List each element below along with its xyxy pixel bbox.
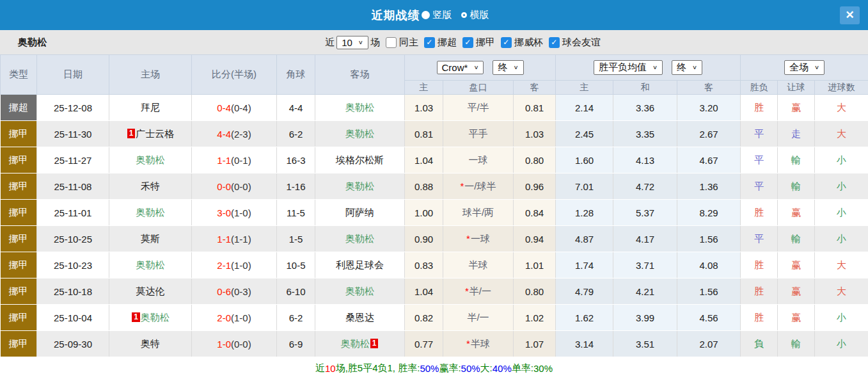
goals-result: 小 bbox=[815, 147, 868, 173]
crown-home-odds: 0.81 bbox=[405, 121, 443, 147]
chevron-down-icon: ∨ bbox=[814, 64, 819, 70]
away-team: 奥勒松 bbox=[315, 226, 405, 252]
score: 1-0(0-0) bbox=[192, 331, 277, 357]
crown-away-odds: 0.84 bbox=[514, 200, 556, 226]
avg-away-odds: 3.20 bbox=[677, 95, 741, 121]
corner-score: 6-2 bbox=[277, 121, 315, 147]
league-label-nuochao: 挪超 bbox=[438, 36, 457, 49]
chevron-down-icon: ∨ bbox=[652, 64, 658, 70]
league-checkbox-nuojia[interactable]: ✓ bbox=[462, 37, 473, 48]
results-table: 类型 日期 主场 比分(半场) 角球 客场 Crow* ∨ 终 ∨ bbox=[0, 54, 868, 357]
avg-draw-odds: 3.99 bbox=[613, 305, 677, 331]
summary-segment: 近 bbox=[315, 362, 325, 375]
corner-score: 16-3 bbox=[277, 147, 315, 173]
col-avg-draw: 和 bbox=[613, 81, 677, 95]
recent-count-select[interactable]: 10 ∨ bbox=[336, 36, 368, 49]
avg-away-odds: 1.56 bbox=[677, 226, 741, 252]
filter-bar: 奥勒松 近 10 ∨ 场 同主 ✓ 挪超 ✓ 挪甲 ✓ 挪威杯 ✓ 球会友谊 bbox=[0, 30, 868, 54]
col-avg-away: 客 bbox=[677, 81, 741, 95]
avg-away-odds: 4.67 bbox=[677, 147, 741, 173]
letgoal-result: 輸 bbox=[778, 173, 815, 200]
league-type: 挪甲 bbox=[1, 331, 37, 357]
away-team: 利恩足球会 bbox=[315, 252, 405, 278]
bookmaker-time-select[interactable]: 终 ∨ bbox=[493, 60, 523, 75]
goals-result: 小 bbox=[815, 226, 868, 252]
match-date: 25-11-27 bbox=[37, 147, 109, 173]
home-team: 奥勒松 bbox=[109, 200, 192, 226]
match-date: 25-11-01 bbox=[37, 200, 109, 226]
goals-result: 大 bbox=[815, 252, 868, 278]
summary-segment: 单率: bbox=[512, 362, 533, 375]
avg-away-odds: 2.67 bbox=[677, 121, 741, 147]
score: 2-0(1-0) bbox=[192, 305, 277, 331]
same-host-checkbox[interactable] bbox=[386, 37, 397, 48]
scope-select[interactable]: 全场 ∨ bbox=[784, 60, 825, 75]
avg-home-odds: 4.87 bbox=[556, 226, 613, 252]
league-type: 挪甲 bbox=[1, 278, 37, 305]
result-badge: 平 bbox=[741, 121, 778, 147]
avg-draw-odds: 4.17 bbox=[613, 226, 677, 252]
handicap-line: 半/一 bbox=[443, 305, 514, 331]
league-type: 挪甲 bbox=[1, 121, 37, 147]
avg-type-select[interactable]: 胜平负均值 ∨ bbox=[594, 60, 663, 75]
match-date: 25-11-08 bbox=[37, 173, 109, 200]
crown-away-odds: 1.03 bbox=[514, 121, 556, 147]
games-label: 场 bbox=[370, 36, 380, 49]
col-date: 日期 bbox=[37, 55, 109, 95]
handicap-line: *半球 bbox=[443, 331, 514, 357]
avg-time-select[interactable]: 终 ∨ bbox=[672, 60, 702, 75]
handicap-line: 半球 bbox=[443, 252, 514, 278]
summary-segment: 50% bbox=[461, 363, 480, 374]
letgoal-result: 赢 bbox=[778, 252, 815, 278]
col-score: 比分(半场) bbox=[192, 55, 277, 95]
home-team: 奥勒松 bbox=[109, 147, 192, 173]
goals-result: 小 bbox=[815, 331, 868, 357]
match-date: 25-10-23 bbox=[37, 252, 109, 278]
league-label-nuojia: 挪甲 bbox=[476, 36, 495, 49]
same-host-label: 同主 bbox=[399, 36, 418, 49]
away-team: 埃格尔松斯 bbox=[315, 147, 405, 173]
col-home: 主场 bbox=[109, 55, 192, 95]
match-date: 25-10-25 bbox=[37, 226, 109, 252]
horizontal-layout-label[interactable]: 横版 bbox=[470, 9, 489, 21]
score: 2-1(1-0) bbox=[192, 252, 277, 278]
vertical-layout-label[interactable]: 竖版 bbox=[433, 9, 452, 21]
letgoal-result: 輸 bbox=[778, 331, 815, 357]
score: 1-1(1-1) bbox=[192, 226, 277, 252]
crown-away-odds: 0.96 bbox=[514, 173, 556, 200]
avg-home-odds: 1.74 bbox=[556, 252, 613, 278]
table-row: 挪甲 25-11-27 奥勒松 1-1(0-1) 16-3 埃格尔松斯 1.04… bbox=[1, 147, 868, 173]
chevron-down-icon: ∨ bbox=[473, 64, 478, 70]
bookmaker-select[interactable]: Crow* ∨ bbox=[437, 61, 484, 74]
score: 0-4(0-4) bbox=[192, 95, 277, 121]
league-checkbox-nuoweibei[interactable]: ✓ bbox=[501, 37, 512, 48]
goals-result: 大 bbox=[815, 278, 868, 305]
home-team: 禾特 bbox=[109, 173, 192, 200]
close-icon[interactable]: ✕ bbox=[840, 6, 860, 24]
league-checkbox-friendly[interactable]: ✓ bbox=[549, 37, 560, 48]
league-type: 挪甲 bbox=[1, 173, 37, 200]
avg-select-cell: 胜平负均值 ∨ 终 ∨ bbox=[556, 55, 741, 81]
bookmaker-select-cell: Crow* ∨ 终 ∨ bbox=[405, 55, 556, 81]
table-row: 挪甲 25-10-25 莫斯 1-1(1-1) 1-5 奥勒松 0.90 *一球… bbox=[1, 226, 868, 252]
match-date: 25-10-04 bbox=[37, 305, 109, 331]
league-type: 挪甲 bbox=[1, 200, 37, 226]
result-badge: 胜 bbox=[741, 305, 778, 331]
corner-score: 6-9 bbox=[277, 331, 315, 357]
avg-away-odds: 8.29 bbox=[677, 200, 741, 226]
col-avg-home: 主 bbox=[556, 81, 613, 95]
avg-away-odds: 1.56 bbox=[677, 278, 741, 305]
league-checkbox-nuochao[interactable]: ✓ bbox=[424, 37, 435, 48]
horizontal-layout-radio[interactable] bbox=[461, 12, 467, 18]
corner-score: 10-5 bbox=[277, 252, 315, 278]
avg-home-odds: 2.45 bbox=[556, 121, 613, 147]
avg-draw-odds: 3.51 bbox=[613, 331, 677, 357]
score: 3-0(1-0) bbox=[192, 200, 277, 226]
vertical-layout-radio[interactable] bbox=[422, 11, 430, 19]
table-row: 挪甲 25-11-08 禾特 0-0(0-0) 1-16 奥勒松 0.88 *一… bbox=[1, 173, 868, 200]
goals-result: 大 bbox=[815, 95, 868, 121]
away-team: 奥勒松1 bbox=[315, 331, 405, 357]
col-corner: 角球 bbox=[277, 55, 315, 95]
home-team: 莫达伦 bbox=[109, 278, 192, 305]
red-card-badge: 1 bbox=[127, 129, 136, 138]
